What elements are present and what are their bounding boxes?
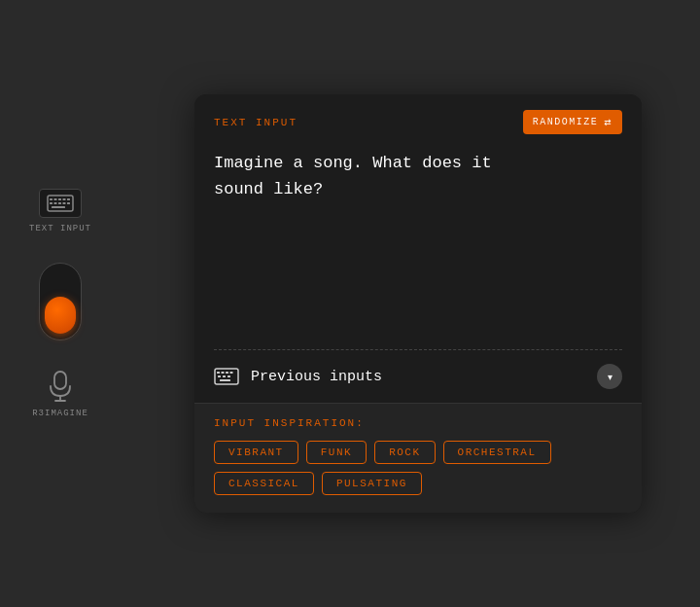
song-description-input[interactable]: Imagine a song. What does it sound like? xyxy=(214,150,622,325)
page-wrapper: TEXT INPUT R3IMAGINE TEXT INPUT xyxy=(0,0,700,607)
text-input-sidebar-label: TEXT INPUT xyxy=(29,224,91,233)
svg-rect-22 xyxy=(228,375,230,377)
tag-funk[interactable]: FUNK xyxy=(306,441,367,464)
svg-rect-21 xyxy=(223,375,226,377)
sidebar-item-text-input[interactable]: TEXT INPUT xyxy=(29,189,91,233)
sidebar-item-reimagine[interactable]: R3IMAGINE xyxy=(32,370,88,418)
text-input-icon-box xyxy=(39,189,82,218)
svg-rect-4 xyxy=(63,198,66,200)
randomize-button[interactable]: RANDOMIZE ⇄ xyxy=(523,110,622,134)
tag-pulsating[interactable]: PULSATING xyxy=(322,472,422,495)
mic-icon xyxy=(46,370,75,403)
main-panel: TEXT INPUT RANDOMIZE ⇄ Imagine a song. W… xyxy=(194,94,642,513)
svg-rect-16 xyxy=(217,372,220,374)
tag-vibrant[interactable]: VIBRANT xyxy=(214,441,298,464)
svg-rect-3 xyxy=(58,198,61,200)
keyboard-small-icon xyxy=(214,368,239,385)
reimagine-sidebar-label: R3IMAGINE xyxy=(32,409,88,418)
svg-rect-2 xyxy=(54,198,57,200)
svg-rect-7 xyxy=(54,202,57,204)
previous-inputs-label: Previous inputs xyxy=(251,369,382,385)
svg-rect-6 xyxy=(50,202,52,204)
svg-rect-1 xyxy=(50,198,52,200)
previous-inputs-dropdown-button[interactable]: ▾ xyxy=(597,364,622,389)
toggle-knob xyxy=(45,297,76,334)
svg-rect-23 xyxy=(220,379,230,381)
text-input-section-label: TEXT INPUT xyxy=(214,117,298,128)
tag-rock[interactable]: ROCK xyxy=(374,441,435,464)
text-input-header: TEXT INPUT RANDOMIZE ⇄ xyxy=(194,94,642,144)
svg-rect-10 xyxy=(67,202,70,204)
svg-rect-17 xyxy=(222,372,225,374)
shuffle-icon: ⇄ xyxy=(604,115,612,129)
inspiration-header: INPUT INSPIRATION: xyxy=(214,417,622,429)
randomize-label: RANDOMIZE xyxy=(533,117,599,127)
tag-orchestral[interactable]: ORCHESTRAL xyxy=(443,441,551,464)
svg-rect-8 xyxy=(58,202,61,204)
svg-rect-18 xyxy=(226,372,228,374)
text-input-section: TEXT INPUT RANDOMIZE ⇄ Imagine a song. W… xyxy=(194,94,642,403)
toggle-pill[interactable] xyxy=(39,263,82,340)
sidebar: TEXT INPUT R3IMAGINE xyxy=(29,189,91,418)
svg-rect-9 xyxy=(63,202,66,204)
inspiration-section: INPUT INSPIRATION: VIBRANT FUNK ROCK ORC… xyxy=(194,403,642,513)
inspiration-label: INPUT INSPIRATION: xyxy=(214,417,365,429)
keyboard-icon xyxy=(47,195,74,212)
text-input-body: Imagine a song. What does it sound like? xyxy=(194,144,642,349)
tag-classical[interactable]: CLASSICAL xyxy=(214,472,314,495)
svg-rect-11 xyxy=(52,206,65,208)
svg-rect-12 xyxy=(54,372,66,389)
previous-inputs-left: Previous inputs xyxy=(214,368,382,385)
svg-rect-19 xyxy=(230,372,233,374)
svg-rect-5 xyxy=(67,198,70,200)
previous-inputs-row[interactable]: Previous inputs ▾ xyxy=(194,350,642,403)
svg-rect-20 xyxy=(218,375,221,377)
inspiration-tags: VIBRANT FUNK ROCK ORCHESTRAL CLASSICAL P… xyxy=(214,441,622,495)
toggle-container xyxy=(39,263,82,340)
